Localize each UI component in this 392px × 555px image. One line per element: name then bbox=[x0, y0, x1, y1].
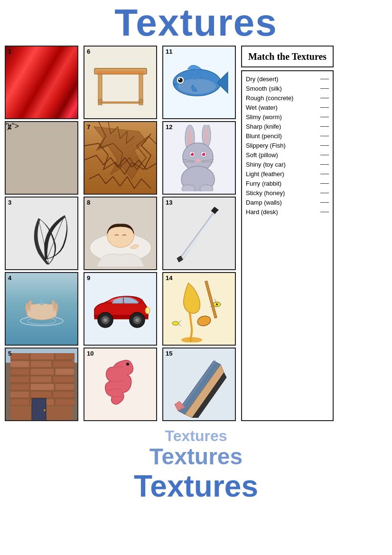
svg-point-76 bbox=[216, 303, 218, 305]
svg-rect-28 bbox=[97, 71, 144, 75]
texture-answer-line bbox=[320, 88, 329, 89]
rabbit-icon bbox=[168, 125, 230, 191]
image-column-1: 1 2 ');"> 3 bbox=[5, 46, 81, 421]
cell-number-6: 6 bbox=[87, 48, 90, 55]
svg-rect-6 bbox=[55, 353, 75, 360]
cell-number-10: 10 bbox=[87, 350, 93, 357]
texture-answer-line bbox=[320, 136, 329, 136]
texture-label: Smooth (silk) bbox=[246, 85, 318, 92]
svg-rect-8 bbox=[30, 361, 52, 367]
svg-rect-12 bbox=[55, 368, 75, 375]
texture-label: Sticky (honey) bbox=[246, 189, 318, 197]
feather-icon bbox=[13, 203, 70, 264]
texture-item: Blunt (pencil) bbox=[246, 131, 329, 141]
texture-answer-line bbox=[320, 117, 329, 117]
texture-item: Shiny (toy car) bbox=[246, 160, 329, 169]
texture-answer-line bbox=[320, 183, 329, 184]
image-cell-3: 3 bbox=[5, 197, 78, 270]
content-area: 1 2 ');"> 3 bbox=[0, 44, 392, 423]
hands-water-icon bbox=[16, 285, 68, 333]
texture-label: Dry (desert) bbox=[246, 75, 318, 83]
svg-point-48 bbox=[178, 78, 183, 83]
texture-label: Shiny (toy car) bbox=[246, 161, 318, 168]
texture-item: Sticky (honey) bbox=[246, 188, 329, 198]
svg-rect-7 bbox=[10, 361, 29, 367]
svg-rect-11 bbox=[30, 368, 54, 375]
cracked-earth-icon bbox=[84, 122, 157, 195]
texture-label: Soft (pillow) bbox=[246, 151, 318, 159]
image-column-2: 6 7 bbox=[84, 46, 159, 421]
knife-icon bbox=[168, 200, 230, 267]
right-panel: Match the Textures Dry (desert)Smooth (s… bbox=[241, 46, 334, 421]
svg-rect-16 bbox=[10, 384, 29, 390]
image-cell-14: 14 bbox=[162, 272, 236, 346]
worm-icon bbox=[92, 354, 149, 415]
svg-point-42 bbox=[135, 318, 139, 322]
cell-number-5: 5 bbox=[8, 350, 11, 357]
image-cell-12: 12 bbox=[162, 121, 236, 195]
svg-point-77 bbox=[172, 321, 179, 325]
cell-number-13: 13 bbox=[166, 199, 172, 206]
texture-item: Wet (water) bbox=[246, 103, 329, 112]
texture-label: Blunt (pencil) bbox=[246, 132, 318, 140]
image-cell-5: 5 bbox=[5, 348, 78, 421]
svg-point-39 bbox=[103, 318, 107, 322]
cell-number-9: 9 bbox=[87, 274, 90, 282]
image-cell-10: 10 bbox=[84, 348, 157, 421]
svg-point-68 bbox=[200, 185, 213, 191]
image-cell-9: 9 bbox=[84, 272, 157, 346]
footer-text-2: Textures bbox=[0, 444, 392, 470]
texture-item: Sharp (knife) bbox=[246, 122, 329, 131]
image-cell-4: 4 bbox=[5, 272, 78, 346]
footer-text-1: Textures bbox=[0, 428, 392, 444]
svg-rect-21 bbox=[53, 391, 75, 398]
texture-item: Slimy (worm) bbox=[246, 112, 329, 122]
match-title: Match the Textures bbox=[247, 50, 328, 63]
texture-answer-line bbox=[320, 174, 329, 174]
cell-number-2: 2 bbox=[8, 123, 11, 131]
texture-list: Dry (desert)Smooth (silk)Rough (concrete… bbox=[241, 70, 334, 421]
texture-item: Damp (walls) bbox=[246, 198, 329, 207]
texture-answer-line bbox=[320, 145, 329, 146]
pillow-sleeping-icon bbox=[87, 200, 154, 267]
texture-item: Smooth (silk) bbox=[246, 84, 329, 93]
texture-item: Slippery (Fish) bbox=[246, 141, 329, 150]
texture-label: Damp (walls) bbox=[246, 199, 318, 206]
svg-line-75 bbox=[215, 299, 216, 302]
texture-answer-line bbox=[320, 126, 329, 127]
image-cell-15: 15 bbox=[162, 348, 236, 421]
pencil-icon bbox=[166, 351, 233, 418]
cell-number-3: 3 bbox=[8, 199, 11, 206]
desk-icon bbox=[90, 54, 151, 111]
footer: Textures Textures Textures bbox=[0, 423, 392, 506]
svg-point-61 bbox=[202, 153, 203, 154]
svg-point-44 bbox=[126, 363, 129, 366]
svg-rect-5 bbox=[30, 353, 54, 360]
cell-number-15: 15 bbox=[166, 350, 172, 357]
cell-number-11: 11 bbox=[166, 48, 172, 55]
fish-icon bbox=[166, 54, 233, 111]
cell-number-7: 7 bbox=[87, 123, 90, 131]
image-cell-7: 7 bbox=[84, 121, 157, 195]
svg-rect-22 bbox=[10, 399, 29, 405]
texture-answer-line bbox=[320, 98, 329, 98]
svg-line-79 bbox=[179, 324, 181, 326]
cell-number-4: 4 bbox=[8, 274, 11, 282]
texture-answer-line bbox=[320, 155, 329, 155]
svg-point-43 bbox=[145, 307, 150, 314]
cell-number-14: 14 bbox=[166, 274, 172, 282]
honey-icon bbox=[167, 276, 231, 342]
image-cell-8: 8 bbox=[84, 197, 157, 270]
texture-item: Light (feather) bbox=[246, 169, 329, 179]
svg-rect-19 bbox=[10, 391, 29, 398]
svg-point-67 bbox=[182, 185, 195, 191]
svg-rect-33 bbox=[102, 102, 139, 103]
texture-label: Hard (desk) bbox=[246, 208, 318, 216]
texture-answer-line bbox=[320, 164, 329, 165]
texture-answer-line bbox=[320, 107, 329, 108]
page-title: Textures bbox=[0, 0, 392, 44]
image-cell-13: 13 bbox=[162, 197, 236, 270]
svg-rect-17 bbox=[30, 384, 54, 390]
svg-point-58 bbox=[191, 153, 192, 154]
svg-point-53 bbox=[205, 128, 208, 145]
